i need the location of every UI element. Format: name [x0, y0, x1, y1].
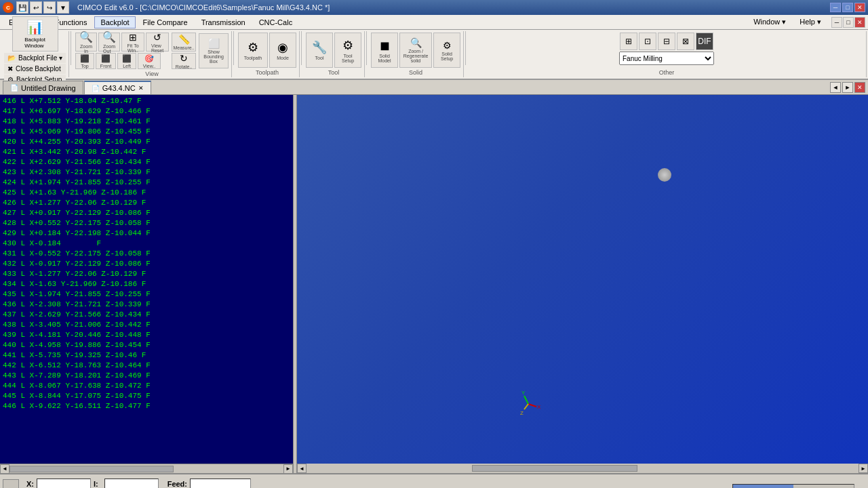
- code-line: 437 L X-2.629 Y-21.566 Z-10.434 F: [3, 310, 290, 320]
- toolbar-other-section: ⊞ ⊡ ⊟ ⊠ DIF Fanuc Milling Other: [467, 31, 867, 77]
- tool-setup-icon: ⚙: [342, 38, 353, 53]
- code-line: 430 L X-0.184 F: [3, 239, 290, 249]
- app-logo: C: [3, 2, 14, 13]
- menu-file-compare[interactable]: File Compare: [137, 16, 194, 28]
- tab-untitled[interactable]: 📄 Untitled Drawing: [3, 81, 83, 94]
- sep1: [71, 31, 71, 65]
- save-quick-btn[interactable]: 💾: [16, 1, 28, 14]
- progress-fill: [733, 485, 793, 488]
- title-bar-left: C 💾 ↩ ↪ ▼ CIMCO Edit v6.0 - [C:\CIMCO\CI…: [3, 1, 330, 14]
- toolbar-row2: 📊 BackplotWindow 📂 Backplot File ▾ ✖ Clo…: [0, 30, 868, 79]
- mode-btn[interactable]: ◉ Mode: [269, 33, 296, 68]
- code-editor-panel: 416 L X+7.512 Y-18.04 Z-10.47 F417 L X+6…: [0, 95, 293, 473]
- show-bounding-box-btn[interactable]: ⬜ ShowBoundingBox: [199, 33, 229, 68]
- menu-restore-btn[interactable]: □: [843, 17, 854, 28]
- view-from-tool-btn[interactable]: 🎯 View..: [138, 53, 161, 69]
- toolbar-tool-section: 🔧 Tool ⚙ ToolSetup Tool: [303, 31, 365, 77]
- icon-btn2[interactable]: ⊡: [639, 33, 656, 50]
- sep3: [301, 31, 302, 65]
- backplot-file-btn[interactable]: 📂 Backplot File ▾: [4, 53, 66, 63]
- view-reset-btn[interactable]: ↺ ViewReset: [146, 33, 169, 52]
- solid-model-btn[interactable]: ◼ SolidModel: [371, 33, 398, 68]
- playback-controls: ▶ ⏸ ⏮ ⏭ ⏪ ⏩ ⏹: [732, 484, 865, 488]
- minimize-button[interactable]: ─: [830, 3, 841, 12]
- front-view-btn[interactable]: ⬛ Front: [96, 53, 116, 69]
- close-button[interactable]: ✕: [854, 3, 865, 12]
- view-hscroll-right[interactable]: ►: [859, 464, 868, 473]
- title-controls: ─ □ ✕: [830, 3, 865, 12]
- view-hscroll-left[interactable]: ◄: [297, 464, 307, 473]
- tool-setup-btn[interactable]: ⚙ ToolSetup: [334, 33, 361, 68]
- code-line: 442 L X-6.512 Y-18.763 Z-10.464 F: [3, 361, 290, 371]
- sep4: [366, 31, 367, 65]
- rotate-view-btn[interactable]: ↻ Rotate..: [172, 53, 196, 69]
- tab-g43[interactable]: 📄 G43.4.NC ✕: [84, 81, 151, 94]
- sep5: [465, 31, 466, 65]
- tab-nav-right[interactable]: ►: [842, 82, 853, 93]
- menu-minimize-btn[interactable]: ─: [831, 17, 842, 28]
- restore-button[interactable]: □: [842, 3, 853, 12]
- top-view-btn[interactable]: ⬛ Top: [75, 53, 94, 69]
- solid-setup-btn[interactable]: ⚙ SolidSetup: [433, 33, 460, 68]
- code-line: 431 L X-0.552 Y-22.175 Z-10.058 F: [3, 249, 290, 259]
- code-line: 436 L X-2.308 Y-21.721 Z-10.339 F: [3, 300, 290, 310]
- zoom-out-btn[interactable]: 🔍 ZoomOut: [98, 33, 120, 52]
- tab-close-g43[interactable]: ✕: [138, 85, 144, 92]
- icon-btn3[interactable]: ⊟: [658, 33, 675, 50]
- zoom-out-icon: 🔍: [102, 30, 116, 43]
- menu-transmission[interactable]: Transmission: [195, 16, 252, 28]
- toolbar-area: 📊 BackplotWindow 📂 Backplot File ▾ ✖ Clo…: [0, 30, 868, 80]
- 3d-view-panel[interactable]: Y X Z ◄ ►: [297, 95, 868, 473]
- menu-window[interactable]: Window ▾: [747, 16, 792, 28]
- code-line: 429 L X+0.184 Y-22.198 Z-10.044 F: [3, 228, 290, 239]
- customize-quick-btn[interactable]: ▼: [57, 1, 69, 14]
- icon-btn4[interactable]: ⊠: [677, 33, 694, 50]
- tool-section-label: Tool: [328, 68, 340, 76]
- axis-indicator: Y X Z: [515, 390, 542, 419]
- code-line: 426 L X+1.277 Y-22.06 Z-10.129 F: [3, 198, 290, 208]
- view-hscroll[interactable]: ◄ ►: [297, 464, 868, 473]
- toolpath-btn[interactable]: ⚙ Toolpath: [238, 33, 268, 68]
- hscroll-thumb[interactable]: [9, 466, 174, 472]
- icon-btn5[interactable]: DIF: [696, 33, 713, 50]
- view-hscroll-thumb[interactable]: [472, 465, 637, 472]
- svg-text:Z: Z: [520, 410, 524, 416]
- code-line: 433 L X-1.277 Y-22.06 Z-10.129 F: [3, 269, 290, 279]
- hscroll-left-btn[interactable]: ◄: [0, 464, 9, 474]
- close-backplot-btn[interactable]: ✖ Close Backplot: [4, 64, 66, 74]
- zoom-regen-icon: 🔍: [410, 37, 422, 48]
- code-hscroll[interactable]: ◄ ►: [0, 464, 293, 473]
- tab-bar: 📄 Untitled Drawing 📄 G43.4.NC ✕ ◄ ► ✕: [0, 80, 868, 95]
- i-value-input[interactable]: [104, 479, 159, 488]
- backplot-window-btn[interactable]: 📊 BackplotWindow: [12, 16, 58, 52]
- code-line: 419 L X+5.069 Y-19.806 Z-10.455 F: [3, 127, 290, 137]
- menu-backplot[interactable]: Backplot: [94, 16, 135, 28]
- code-line: 428 L X+0.552 Y-22.175 Z-10.058 F: [3, 218, 290, 228]
- menu-close-btn[interactable]: ✕: [854, 17, 865, 28]
- undo-quick-btn[interactable]: ↩: [30, 1, 42, 14]
- code-line: 425 L X+1.63 Y-21.969 Z-10.186 F: [3, 188, 290, 198]
- hscroll-right-btn[interactable]: ►: [283, 464, 293, 474]
- zoom-regenerate-btn[interactable]: 🔍 Zoom /Regeneratesolid: [399, 33, 432, 68]
- code-line: 420 L X+4.255 Y-20.393 Z-10.449 F: [3, 137, 290, 147]
- zoom-in-btn[interactable]: 🔍 Zoom In: [75, 33, 97, 52]
- tool-btn[interactable]: 🔧 Tool: [306, 33, 333, 68]
- menu-cnc-calc[interactable]: CNC-Calc: [253, 16, 299, 28]
- tab-nav-left[interactable]: ◄: [830, 82, 841, 93]
- tab-close-all[interactable]: ✕: [854, 82, 865, 93]
- code-scroll-area[interactable]: 416 L X+7.512 Y-18.04 Z-10.47 F417 L X+6…: [0, 95, 293, 464]
- tab-label-g43: G43.4.NC: [102, 84, 136, 92]
- redo-quick-btn[interactable]: ↪: [43, 1, 56, 14]
- menu-help[interactable]: Help ▾: [793, 16, 827, 28]
- code-line: 441 L X-5.735 Y-19.325 Z-10.46 F: [3, 350, 290, 361]
- svg-line-0: [524, 396, 528, 404]
- progress-bar[interactable]: [732, 484, 854, 488]
- feed-value-input[interactable]: [190, 479, 251, 488]
- x-coord-row: X: I: Feed:: [24, 479, 251, 488]
- fit-to-window-btn[interactable]: ⊞ Fit ToWin..: [121, 33, 144, 52]
- machine-type-dropdown[interactable]: Fanuc Milling: [619, 52, 714, 65]
- icon-btn1[interactable]: ⊞: [620, 33, 637, 50]
- left-view-btn[interactable]: ⬛ Left: [117, 53, 136, 69]
- measure-distance-btn[interactable]: 📏 Measure..: [172, 33, 196, 52]
- x-value-input[interactable]: [37, 479, 91, 488]
